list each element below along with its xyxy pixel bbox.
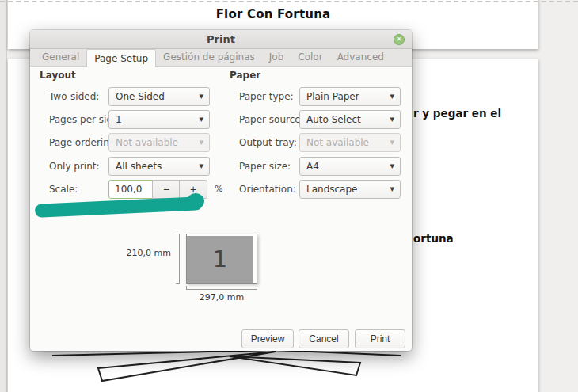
paper-size-dropdown[interactable]: A4 ▾	[299, 157, 401, 176]
chevron-down-icon: ▾	[390, 134, 394, 151]
document-text-fragment: ortuna	[413, 232, 454, 245]
orientation-label: Orientation:	[239, 184, 296, 195]
output-tray-label: Output tray:	[239, 137, 297, 148]
tab-gestion-de-paginas[interactable]: Gestión de páginas	[156, 49, 262, 66]
width-bracket	[186, 286, 257, 290]
page-ordering-dropdown: Not available ▾	[108, 133, 210, 152]
paper-section-heading: Paper	[230, 70, 260, 81]
paper-type-dropdown[interactable]: Plain Paper ▾	[299, 87, 401, 106]
page-doodle-lines	[40, 348, 451, 392]
chevron-down-icon: ▾	[390, 88, 394, 105]
scale-unit-label: %	[215, 180, 222, 199]
chevron-down-icon: ▾	[199, 158, 203, 175]
dialog-titlebar[interactable]: Print ✕	[30, 30, 412, 49]
tab-advanced[interactable]: Advanced	[330, 49, 391, 66]
orientation-dropdown[interactable]: Landscape ▾	[299, 180, 401, 199]
dialog-title: Print	[207, 33, 235, 45]
tab-general[interactable]: General	[35, 49, 86, 66]
viewer-left-margin	[0, 0, 7, 392]
paper-preview: 1	[186, 234, 257, 284]
chevron-down-icon: ▾	[199, 111, 203, 128]
scale-input[interactable]	[108, 180, 153, 199]
dialog-tabbar: General Page Setup Gestión de páginas Jo…	[30, 49, 412, 67]
preview-button[interactable]: Preview	[241, 329, 294, 348]
chevron-down-icon: ▾	[199, 134, 203, 151]
scale-label: Scale:	[49, 184, 78, 195]
layout-section-heading: Layout	[40, 70, 76, 81]
two-sided-label: Two-sided:	[49, 91, 99, 102]
paper-type-label: Paper type:	[239, 91, 294, 102]
chevron-down-icon: ▾	[390, 111, 394, 128]
height-bracket	[176, 234, 180, 284]
only-print-dropdown[interactable]: All sheets ▾	[108, 157, 210, 176]
tab-job[interactable]: Job	[262, 49, 291, 66]
tab-page-setup[interactable]: Page Setup	[86, 49, 156, 67]
scale-decrease-button[interactable]: −	[152, 180, 181, 199]
tab-color[interactable]: Color	[291, 49, 329, 66]
preview-page-number: 1	[213, 245, 227, 272]
page-height-dimension: 210,0 mm	[108, 248, 171, 258]
page-setup-panel: Layout Paper Two-sided: One Sided ▾ Page…	[30, 67, 412, 351]
close-icon[interactable]: ✕	[394, 34, 405, 45]
two-sided-dropdown[interactable]: One Sided ▾	[108, 87, 210, 106]
output-tray-dropdown: Not available ▾	[299, 133, 401, 152]
highlighter-annotation-end	[187, 193, 204, 209]
chevron-down-icon: ▾	[199, 88, 203, 105]
top-dashed-line	[0, 1, 578, 2]
document-title: Flor Con Fortuna	[8, 7, 538, 21]
chevron-down-icon: ▾	[390, 158, 394, 175]
screen: Flor Con Fortuna r y pegar en el ortuna …	[0, 0, 578, 392]
paper-source-dropdown[interactable]: Auto Select ▾	[299, 110, 401, 129]
pages-per-side-dropdown[interactable]: 1 ▾	[108, 110, 210, 129]
chevron-down-icon: ▾	[390, 181, 394, 198]
print-dialog: Print ✕ General Page Setup Gestión de pá…	[30, 30, 412, 351]
paper-source-label: Paper source:	[239, 114, 304, 125]
highlighter-annotation	[35, 196, 203, 218]
cancel-button[interactable]: Cancel	[299, 329, 349, 348]
only-print-label: Only print:	[49, 161, 100, 172]
document-text-fragment: r y pegar en el	[413, 107, 501, 120]
print-button[interactable]: Print	[355, 329, 405, 348]
page-width-dimension: 297,0 mm	[186, 292, 257, 303]
paper-size-label: Paper size:	[239, 161, 291, 172]
